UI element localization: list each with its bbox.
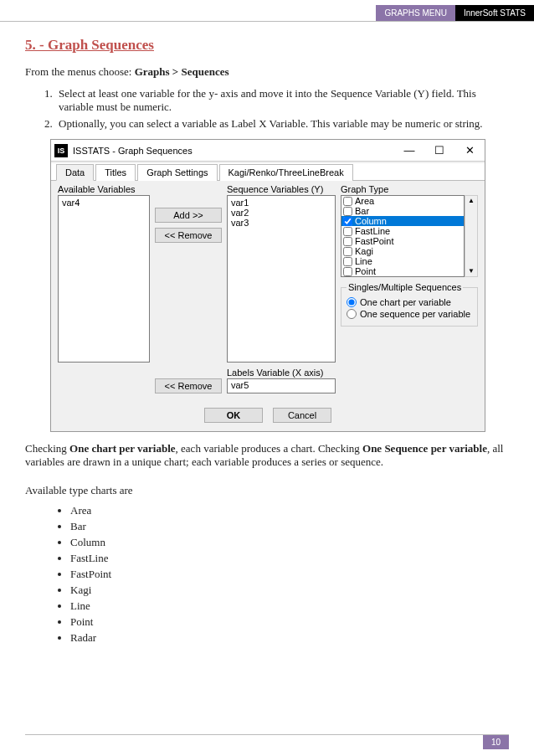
intro-menu-path: Graphs > Sequences: [135, 65, 229, 78]
list-item: Kagi: [70, 584, 509, 597]
available-label: Available Variables: [58, 184, 150, 194]
gt-bar[interactable]: Bar: [341, 206, 464, 216]
remove-label-button[interactable]: << Remove: [155, 378, 222, 393]
gt-checkbox[interactable]: [343, 257, 352, 266]
chart-types-list: Area Bar Column FastLine FastPoint Kagi …: [70, 504, 509, 645]
steps-list: Select at least one variable for the y- …: [55, 87, 509, 131]
step-item: Optionally, you can select a variable as…: [55, 117, 509, 131]
scrollbar[interactable]: ▲ ▼: [465, 195, 478, 277]
step-item: Select at least one variable for the y- …: [55, 87, 509, 114]
scroll-up-icon[interactable]: ▲: [465, 196, 477, 206]
app-icon: IS: [54, 144, 68, 157]
cancel-button[interactable]: Cancel: [273, 408, 331, 423]
sequence-listbox[interactable]: var1 var2 var3: [227, 195, 336, 363]
gt-column[interactable]: Column: [341, 216, 464, 226]
dialog-window: IS ISSTATS - Graph Sequences — ☐ ✕ Data …: [50, 139, 485, 432]
gt-checkbox[interactable]: [343, 197, 352, 206]
explanation-paragraph: Checking One chart per variable, each va…: [25, 442, 509, 469]
gt-point[interactable]: Point: [341, 266, 464, 276]
list-item[interactable]: var4: [60, 198, 147, 208]
intro-prefix: From the menus choose:: [25, 65, 135, 78]
list-item[interactable]: var2: [229, 208, 333, 218]
singles-multiple-legend: Singles/Multiple Sequences: [347, 282, 463, 292]
tab-titles[interactable]: Titles: [95, 164, 136, 181]
available-types-label: Available type charts are: [25, 484, 509, 497]
tab-data[interactable]: Data: [56, 164, 94, 181]
list-item[interactable]: var1: [229, 198, 333, 208]
page-footer: 10: [0, 734, 534, 749]
add-button[interactable]: Add >>: [155, 208, 222, 223]
labelx-label: Labels Variable (X axis): [227, 368, 336, 378]
close-button[interactable]: ✕: [454, 140, 485, 162]
singles-multiple-group: Singles/Multiple Sequences One chart per…: [341, 282, 478, 327]
header-right: InnerSoft STATS: [455, 5, 534, 21]
graph-type-listbox[interactable]: Area Bar Column FastLine FastPoint Kagi …: [341, 195, 465, 277]
list-item: Radar: [70, 631, 509, 645]
list-item[interactable]: var3: [229, 218, 333, 228]
radio-one-sequence[interactable]: One sequence per variable: [347, 309, 472, 319]
list-item: Line: [70, 599, 509, 613]
gt-checkbox[interactable]: [343, 267, 352, 276]
gt-checkbox[interactable]: [343, 227, 352, 236]
available-listbox[interactable]: var4: [58, 195, 150, 363]
tab-kagi[interactable]: Kagi/Renko/ThreeLineBreak: [219, 164, 353, 181]
ok-button[interactable]: OK: [204, 408, 263, 423]
gt-fastpoint[interactable]: FastPoint: [341, 236, 464, 246]
gt-checkbox[interactable]: [343, 207, 352, 216]
list-item: FastPoint: [70, 568, 509, 581]
maximize-button[interactable]: ☐: [424, 140, 454, 162]
list-item: FastLine: [70, 552, 509, 565]
section-title: 5. - Graph Sequences: [25, 37, 509, 54]
gt-area[interactable]: Area: [341, 196, 464, 206]
gt-checkbox[interactable]: [343, 217, 352, 226]
gt-checkbox[interactable]: [343, 237, 352, 246]
intro: From the menus choose: Graphs > Sequence…: [25, 65, 509, 79]
gt-checkbox[interactable]: [343, 247, 352, 256]
radio-input[interactable]: [347, 297, 357, 307]
gt-line[interactable]: Line: [341, 256, 464, 266]
tab-graph-settings[interactable]: Graph Settings: [137, 164, 217, 181]
tabs-bar: Data Titles Graph Settings Kagi/Renko/Th…: [51, 163, 485, 181]
graph-type-label: Graph Type: [341, 184, 478, 194]
labelx-input[interactable]: var5: [227, 378, 336, 393]
remove-button[interactable]: << Remove: [155, 228, 222, 243]
gt-kagi[interactable]: Kagi: [341, 246, 464, 256]
list-item: Point: [70, 615, 509, 629]
list-item: Column: [70, 536, 509, 549]
list-item: Area: [70, 504, 509, 517]
radio-input[interactable]: [347, 309, 357, 319]
list-item: Bar: [70, 520, 509, 533]
sequence-label: Sequence Variables (Y): [227, 184, 336, 194]
minimize-button[interactable]: —: [394, 140, 424, 162]
scroll-down-icon[interactable]: ▼: [465, 266, 477, 276]
header-bar: GRAPHS MENU InnerSoft STATS: [0, 5, 534, 22]
header-left: GRAPHS MENU: [376, 5, 454, 21]
radio-one-chart[interactable]: One chart per variable: [347, 297, 472, 307]
titlebar[interactable]: IS ISSTATS - Graph Sequences — ☐ ✕: [51, 140, 485, 162]
window-title: ISSTATS - Graph Sequences: [73, 146, 394, 156]
gt-fastline[interactable]: FastLine: [341, 226, 464, 236]
page-number: 10: [483, 735, 509, 749]
